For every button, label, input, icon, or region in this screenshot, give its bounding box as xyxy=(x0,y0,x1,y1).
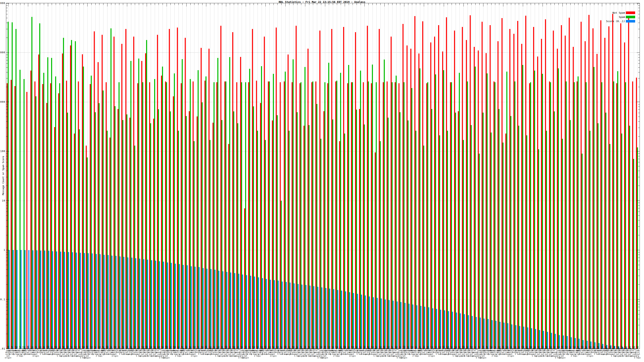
x-tick-top xyxy=(262,3,262,5)
x-tick-top xyxy=(246,3,246,6)
x-tick-top xyxy=(558,3,559,5)
y-minor-tick-right xyxy=(638,314,640,314)
x-tick-top xyxy=(574,3,574,5)
bar-spam xyxy=(550,82,551,349)
y-minor-tick-left xyxy=(6,29,8,29)
x-tick-top xyxy=(76,3,76,5)
y-minor-tick-left xyxy=(6,220,8,220)
bar-spam xyxy=(637,147,638,349)
x-tick-top xyxy=(380,3,380,5)
bar-score xyxy=(333,289,334,349)
y-minor-tick-right xyxy=(638,29,640,29)
bar-score xyxy=(472,316,473,349)
y-tick-label: 100 xyxy=(0,150,5,153)
y-minor-tick-left xyxy=(6,121,8,122)
x-tick-top xyxy=(396,3,396,5)
x-tick-top xyxy=(115,3,115,5)
gridline-horizontal xyxy=(6,102,640,102)
legend-label-spam: Spam xyxy=(619,15,625,18)
y-minor-tick-left xyxy=(6,307,8,307)
y-minor-tick-left xyxy=(6,265,8,265)
bar-score xyxy=(456,313,457,349)
x-tick-top xyxy=(12,3,12,5)
x-tick-top xyxy=(64,3,64,5)
bar-score xyxy=(147,260,148,349)
bar-spam xyxy=(625,82,626,349)
x-tick-top xyxy=(539,3,539,5)
bar-score xyxy=(48,251,49,349)
x-tick-top xyxy=(317,3,317,5)
bar-score xyxy=(56,251,57,349)
y-minor-tick-left xyxy=(6,128,8,128)
y-minor-tick-right xyxy=(638,128,640,128)
y-minor-tick-left xyxy=(6,23,8,23)
y-minor-tick-left xyxy=(6,319,8,319)
bar-spam xyxy=(498,109,500,349)
x-tick-top xyxy=(404,3,404,6)
y-minor-tick-left xyxy=(6,166,8,166)
bar-spam xyxy=(514,81,516,349)
bar-score xyxy=(159,261,160,349)
y-minor-tick-left xyxy=(6,270,8,270)
y-minor-tick-right xyxy=(638,60,640,60)
x-tick-top xyxy=(123,3,123,5)
x-tick-top xyxy=(590,3,590,5)
bar-spam xyxy=(475,66,476,349)
y-minor-tick-right xyxy=(638,205,640,206)
y-minor-tick-left xyxy=(6,203,8,203)
x-tick-top xyxy=(313,3,313,5)
bar-score xyxy=(432,308,433,349)
x-tick-top xyxy=(606,3,606,5)
bar-score xyxy=(361,295,362,349)
bar-score xyxy=(326,288,326,349)
x-tick-top xyxy=(147,3,147,6)
legend-label-not-spam: Not Spam xyxy=(612,11,625,14)
x-tick-top xyxy=(428,3,428,5)
x-tick-top xyxy=(614,3,614,5)
chart-canvas: RBL Statistics - Fri Mar 22 13:15:56 EDT… xyxy=(0,0,644,362)
bar-score xyxy=(500,322,500,349)
x-tick-top xyxy=(230,3,230,5)
bar-score xyxy=(377,298,378,349)
bar-spam xyxy=(534,71,535,349)
plot-area: Not Spam Spam Score (0..1) xyxy=(6,3,640,349)
bar-score xyxy=(199,267,200,349)
bar-spam xyxy=(633,159,634,349)
bar-score xyxy=(171,263,172,349)
x-tick-top xyxy=(178,3,179,5)
bar-spam xyxy=(586,82,587,349)
bar-score xyxy=(210,269,212,349)
x-tick-top xyxy=(448,3,448,5)
y-minor-tick-right xyxy=(638,159,640,159)
y-major-tick-right xyxy=(637,151,640,151)
x-tick-top xyxy=(634,3,634,5)
bar-spam xyxy=(558,68,559,349)
y-minor-tick-left xyxy=(6,255,8,255)
y-minor-tick-right xyxy=(638,153,640,154)
y-minor-tick-right xyxy=(638,8,640,8)
y-minor-tick-left xyxy=(6,304,8,304)
bar-score xyxy=(416,305,418,349)
y-minor-tick-right xyxy=(638,226,640,227)
y-tick-label: 10000 xyxy=(0,51,5,54)
y-axis-label: Message Count or Spam Score xyxy=(2,151,5,200)
x-tick-top xyxy=(91,3,92,5)
bar-score xyxy=(143,259,144,349)
x-tick-top xyxy=(638,3,638,5)
bar-score xyxy=(191,266,192,349)
bar-score xyxy=(408,304,410,349)
bar-spam xyxy=(526,135,527,349)
y-minor-tick-right xyxy=(638,304,640,304)
y-minor-tick-right xyxy=(638,208,640,208)
x-tick-top xyxy=(368,3,369,5)
y-minor-tick-left xyxy=(6,302,8,302)
y-minor-tick-right xyxy=(638,109,640,110)
y-major-tick-right xyxy=(637,102,640,102)
bar-score xyxy=(84,253,85,349)
bar-score xyxy=(357,294,358,349)
y-minor-tick-left xyxy=(6,72,8,72)
bar-score xyxy=(76,253,77,349)
bar-spam xyxy=(574,82,575,349)
y-minor-tick-right xyxy=(638,78,640,78)
bar-score xyxy=(230,273,231,349)
